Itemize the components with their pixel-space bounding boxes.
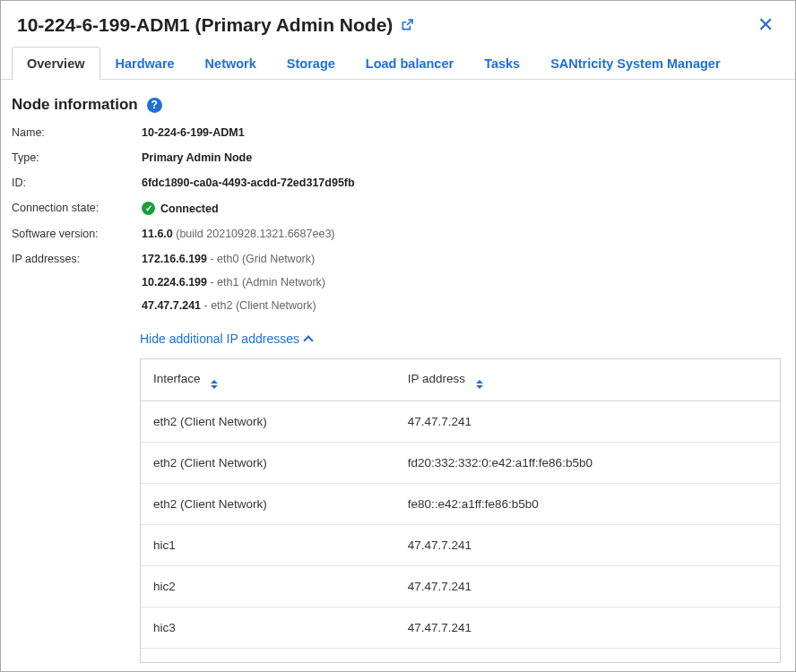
ip-desc: - eth2 (Client Network) (201, 299, 316, 312)
table-row: hic247.47.7.241 (141, 566, 780, 607)
page-title: 10-224-6-199-ADM1 (Primary Admin Node) (17, 14, 393, 36)
tab-load-balancer[interactable]: Load balancer (350, 47, 469, 80)
tab-network[interactable]: Network (190, 47, 272, 80)
sw-version: 11.6.0 (142, 228, 173, 240)
table-row: hic347.47.7.241 (141, 607, 780, 649)
label-id: ID: (12, 177, 142, 189)
ip-table-container: Interface IP address eth2 (Client Networ… (140, 358, 781, 663)
chevron-up-icon (303, 335, 313, 345)
table-row: eth2 (Client Network)fd20:332:332:0:e42:… (141, 443, 780, 484)
label-type: Type: (12, 151, 142, 164)
value-software-version: 11.6.0 (build 20210928.1321.6687ee3) (142, 228, 784, 240)
hide-link-text: Hide additional IP addresses (140, 332, 299, 346)
close-icon[interactable]: ✕ (752, 13, 779, 37)
tab-bar: OverviewHardwareNetworkStorageLoad balan… (1, 46, 795, 80)
node-detail-panel: 10-224-6-199-ADM1 (Primary Admin Node) ✕… (0, 0, 796, 672)
label-ip-addresses: IP addresses: (12, 253, 142, 312)
label-connection-state: Connection state: (12, 202, 142, 215)
ip-table-body: eth2 (Client Network)47.47.7.241eth2 (Cl… (141, 401, 780, 663)
value-id: 6fdc1890-ca0a-4493-acdd-72ed317d95fb (142, 177, 784, 189)
sort-icon[interactable] (476, 380, 483, 389)
external-link-icon[interactable] (400, 18, 414, 32)
tab-tasks[interactable]: Tasks (469, 47, 535, 80)
connection-state-text: Connected (160, 202, 219, 215)
cell-ip: fd20:332:332:0:e42:a1ff:fe86:b5b0 (395, 443, 780, 484)
tab-hardware[interactable]: Hardware (100, 47, 190, 80)
ip-address: 47.47.7.241 (142, 299, 201, 312)
label-name: Name: (12, 126, 142, 139)
label-software-version: Software version: (12, 228, 142, 240)
ip-table: Interface IP address eth2 (Client Networ… (141, 359, 780, 662)
cell-ip: 47.47.7.241 (395, 525, 780, 566)
cell-interface: hic4 (141, 649, 395, 663)
value-type: Primary Admin Node (142, 151, 784, 164)
table-row: hic147.47.7.241 (141, 525, 780, 566)
sw-build: (build 20210928.1321.6687ee3) (176, 228, 334, 240)
hide-additional-ips-link[interactable]: Hide additional IP addresses (1, 315, 795, 355)
ip-table-scroll[interactable]: Interface IP address eth2 (Client Networ… (141, 359, 780, 662)
cell-interface: hic2 (141, 566, 395, 607)
help-icon[interactable]: ? (147, 98, 162, 113)
tab-santricity-system-manager[interactable]: SANtricity System Manager (535, 47, 735, 80)
col-header-interface[interactable]: Interface (141, 359, 395, 401)
cell-interface: hic1 (141, 525, 395, 566)
tab-overview[interactable]: Overview (12, 47, 100, 80)
cell-ip: 47.47.7.241 (395, 566, 780, 607)
value-ip-addresses: 172.16.6.199 - eth0 (Grid Network)10.224… (142, 253, 784, 312)
ip-line: 10.224.6.199 - eth1 (Admin Network) (142, 276, 784, 289)
col-interface-label: Interface (153, 372, 201, 385)
section-header: Node information ? (1, 80, 795, 121)
table-row: eth2 (Client Network)47.47.7.241 (141, 401, 780, 443)
cell-ip: 47.47.7.241 (395, 401, 780, 443)
section-title: Node information (12, 96, 138, 114)
status-connected-icon: ✓ (142, 202, 155, 215)
table-row: eth2 (Client Network)fe80::e42:a1ff:fe86… (141, 484, 780, 525)
ip-line: 172.16.6.199 - eth0 (Grid Network) (142, 253, 784, 265)
sort-icon[interactable] (211, 380, 218, 389)
ip-desc: - eth1 (Admin Network) (207, 276, 325, 289)
cell-ip: fe80::e42:a1ff:fe86:b5b0 (395, 484, 780, 525)
cell-interface: eth2 (Client Network) (141, 484, 395, 525)
ip-desc: - eth0 (Grid Network) (207, 253, 315, 265)
table-row: hic447.47.7.241 (141, 649, 780, 663)
cell-ip: 47.47.7.241 (395, 649, 780, 663)
value-connection-state: ✓ Connected (142, 202, 784, 215)
node-info-grid: Name: 10-224-6-199-ADM1 Type: Primary Ad… (1, 121, 795, 315)
col-header-ip[interactable]: IP address (395, 359, 780, 401)
cell-interface: hic3 (141, 607, 395, 649)
ip-line: 47.47.7.241 - eth2 (Client Network) (142, 299, 784, 312)
ip-address: 10.224.6.199 (142, 276, 207, 289)
cell-ip: 47.47.7.241 (395, 607, 780, 649)
cell-interface: eth2 (Client Network) (141, 401, 395, 443)
cell-interface: eth2 (Client Network) (141, 443, 395, 484)
tab-storage[interactable]: Storage (272, 47, 350, 80)
col-ip-label: IP address (408, 372, 465, 385)
panel-header: 10-224-6-199-ADM1 (Primary Admin Node) ✕ (1, 1, 795, 42)
ip-address: 172.16.6.199 (142, 253, 207, 265)
value-name: 10-224-6-199-ADM1 (142, 126, 784, 139)
